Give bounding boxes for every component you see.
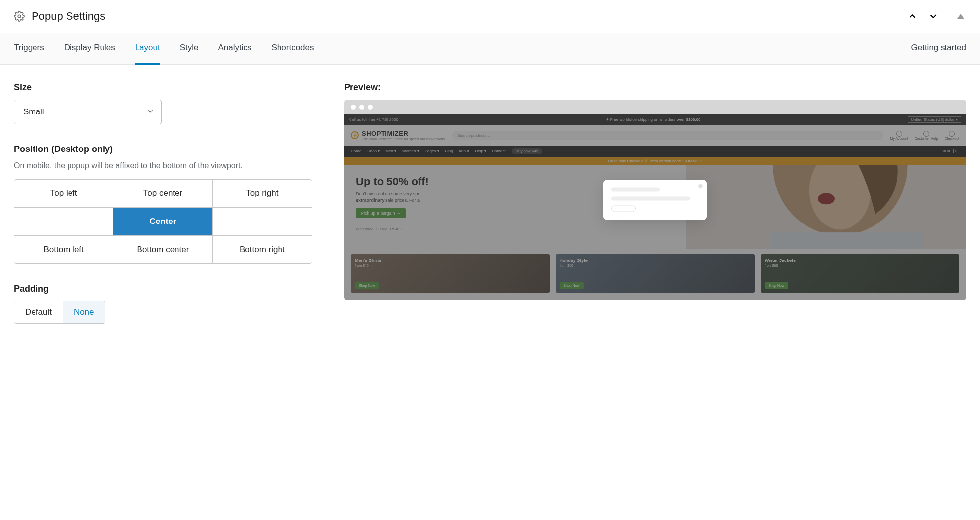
position-grid: Top left Top center Top right Center Bot… [14,179,312,264]
preview-label: Preview: [344,82,966,93]
tab-shortcodes[interactable]: Shortcodes [272,33,314,65]
browser-dots [344,100,966,114]
tab-triggers[interactable]: Triggers [14,33,44,65]
popup-skeleton-button [611,206,636,212]
position-center[interactable]: Center [113,207,212,235]
size-select-wrap: Small [14,100,162,124]
panel-title: Popup Settings [32,10,105,23]
tab-style[interactable]: Style [180,33,199,65]
position-help: On mobile, the popup will be affixed to … [14,161,324,170]
move-up-button[interactable] [905,9,920,24]
collapse-toggle[interactable] [946,12,966,21]
popup-skeleton-line [611,197,690,201]
position-bottom-right[interactable]: Bottom right [212,235,312,263]
size-select[interactable]: Small [14,100,162,124]
position-label: Position (Desktop only) [14,144,324,154]
getting-started-link[interactable]: Getting started [911,33,966,65]
position-top-left[interactable]: Top left [14,180,113,207]
position-middle-right[interactable] [212,207,312,235]
position-top-center[interactable]: Top center [113,180,212,207]
triangle-up-icon [957,14,964,19]
svg-point-0 [18,15,21,18]
size-label: Size [14,82,324,93]
position-top-right[interactable]: Top right [212,180,312,207]
content-area: Size Small Position (Desktop only) On mo… [0,65,980,341]
tab-bar: Triggers Display Rules Layout Style Anal… [0,33,980,65]
padding-default[interactable]: Default [14,301,63,323]
close-icon [698,184,703,189]
padding-none[interactable]: None [63,301,105,323]
tab-layout[interactable]: Layout [135,33,160,65]
padding-label: Padding [14,284,324,294]
panel-header: Popup Settings [0,0,980,33]
padding-group: Default None [14,301,105,324]
preview-column: Preview: Call us toll free +1 789 2000 ✈… [344,82,966,324]
tab-display-rules[interactable]: Display Rules [64,33,115,65]
tab-analytics[interactable]: Analytics [218,33,252,65]
preview-frame: Call us toll free +1 789 2000 ✈ Free wor… [344,100,966,300]
popup-preview [603,180,707,220]
position-bottom-left[interactable]: Bottom left [14,235,113,263]
preview-inner: Call us toll free +1 789 2000 ✈ Free wor… [344,114,966,300]
move-down-button[interactable] [926,9,941,24]
position-middle-left[interactable] [14,207,113,235]
position-bottom-center[interactable]: Bottom center [113,235,212,263]
gear-icon [14,11,25,22]
popup-skeleton-line [611,188,660,192]
settings-column: Size Small Position (Desktop only) On mo… [14,82,324,324]
